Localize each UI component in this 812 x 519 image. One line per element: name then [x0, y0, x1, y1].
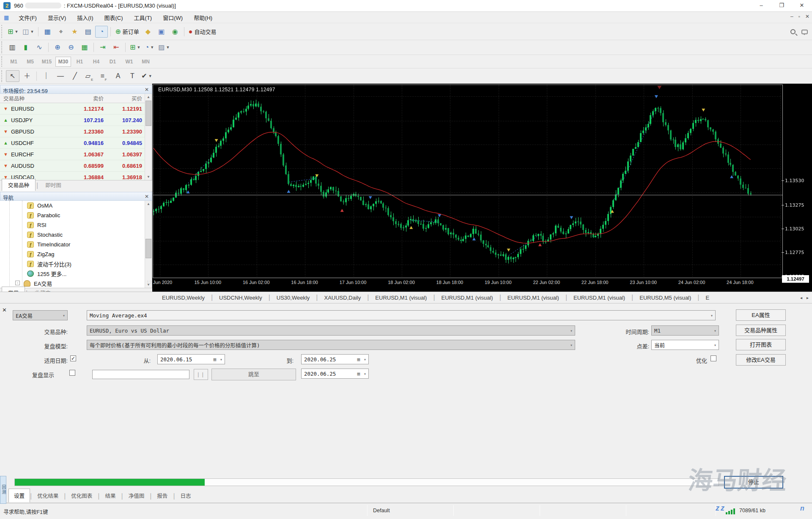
chart-tab-7[interactable]: EURUSD,M1 (visual)	[501, 292, 565, 303]
fibonacci-button[interactable]: ≡F	[97, 70, 110, 82]
chart-tab-9[interactable]: EURUSD,M5 (visual)	[633, 292, 697, 303]
menu-item-显示V[interactable]: 显示(V)	[42, 12, 71, 23]
model-select[interactable]: 每个即时价格(基于所有可利用的最小时段的每一个价格的分形插值计算)▾	[87, 340, 575, 350]
trendline-button[interactable]: ╱	[68, 70, 82, 82]
market-watch-button[interactable]: ▦	[41, 26, 54, 38]
periods-button[interactable]: ◔▼	[143, 41, 156, 53]
menu-item-插入I[interactable]: 插入(I)	[71, 12, 99, 23]
terminal-button[interactable]: ▤	[82, 26, 94, 38]
strategy-tester-button[interactable]: ◔	[95, 26, 108, 38]
timeframe-m30-button[interactable]: M30	[55, 57, 71, 67]
bar-chart-button[interactable]: ▥	[6, 41, 19, 53]
scroll-down-icon[interactable]: ▼	[145, 174, 152, 180]
chevron-down-icon[interactable]: ▼	[14, 30, 18, 34]
horizontal-line-button[interactable]: —	[54, 70, 67, 82]
tester-tab-净值图[interactable]: 净值图	[123, 489, 150, 503]
toolbar-grip[interactable]	[1, 70, 3, 82]
status-profile[interactable]: Default	[373, 508, 390, 514]
tester-tab-日志[interactable]: 日志	[175, 489, 197, 503]
tile-windows-button[interactable]: ▦	[78, 41, 91, 53]
toolbar-grip[interactable]	[1, 41, 3, 53]
channel-button[interactable]: ▱E	[82, 70, 96, 82]
navigator-item-timeindicator[interactable]: ƒTimeIndicator	[0, 240, 145, 249]
toolbar-grip[interactable]	[1, 25, 3, 38]
market-watch-tab-2[interactable]: 即时图	[39, 179, 68, 191]
arrows-button[interactable]: ✔▼	[140, 70, 154, 82]
tester-tab-优化图表[interactable]: 优化图表	[66, 489, 98, 503]
chart-tab-2[interactable]: USDCNH,Weekly	[213, 292, 269, 303]
menu-item-工具T[interactable]: 工具(T)	[129, 12, 158, 23]
timeframe-m15-button[interactable]: M15	[39, 57, 55, 67]
tester-tab-结果[interactable]: 结果	[100, 489, 121, 503]
chart-tab-3[interactable]: US30,Weekly	[270, 292, 316, 303]
market-watch-row-eurusd[interactable]: ▼EURUSD1.121741.12191	[0, 103, 145, 115]
spread-select[interactable]: 当前▾	[651, 340, 719, 350]
chart-tab-1[interactable]: EURUSD,Weekly	[156, 292, 211, 303]
chevron-down-icon[interactable]: ▼	[148, 74, 152, 78]
indicators-button[interactable]: ⊞▼	[128, 41, 142, 53]
skip-to-button[interactable]: 跳至	[211, 369, 296, 380]
scroll-up-icon[interactable]: ▲	[145, 201, 152, 207]
cursor-button[interactable]: ↖	[6, 70, 19, 82]
chevron-down-icon[interactable]: ▼	[150, 45, 154, 49]
tester-tab-设置[interactable]: 设置	[8, 489, 30, 503]
price-chart-canvas[interactable]	[153, 85, 783, 278]
tree-expander-icon[interactable]: -	[15, 281, 20, 285]
text-label-button[interactable]: T	[126, 70, 139, 82]
ea-type-select[interactable]: EA交易▾	[13, 310, 68, 320]
line-chart-button[interactable]: ∿	[33, 41, 46, 53]
tabs-scroll-right-icon[interactable]: ▸	[807, 295, 809, 300]
chart-tab-4[interactable]: XAUUSD,Daily	[318, 292, 367, 303]
toolbar-grip[interactable]	[1, 56, 3, 67]
navigator-scrollbar[interactable]: ▲ ▼	[145, 201, 152, 288]
navigator-close-icon[interactable]: ✕	[145, 194, 149, 199]
restore-button[interactable]: ❐	[771, 0, 792, 12]
new-order-button[interactable]: ⊕新订单	[113, 26, 140, 38]
visual-mode-checkbox[interactable]	[69, 370, 75, 376]
chat-icon[interactable]	[801, 30, 808, 34]
visual-speed-slider[interactable]	[92, 370, 189, 379]
text-button[interactable]: A	[111, 70, 125, 82]
crosshair-button[interactable]: ＋	[20, 70, 34, 82]
to-date-input[interactable]: 2020.06.25▦▾	[301, 354, 369, 364]
symbol-column-header[interactable]: 交易品种	[0, 94, 66, 102]
close-button[interactable]: ✕	[792, 0, 812, 12]
new-chart-button[interactable]: ⊞▼	[6, 26, 20, 38]
modify-ea-button[interactable]: 修改EA交易	[736, 354, 786, 366]
chart-tab-10[interactable]: E	[700, 292, 716, 303]
timeframe-m5-button[interactable]: M5	[22, 57, 38, 67]
ask-column-header[interactable]: 买价	[108, 94, 144, 102]
skip-date-input[interactable]: 2020.06.25▦▾	[301, 369, 369, 379]
timeframe-m1-button[interactable]: M1	[6, 57, 22, 67]
templates-button[interactable]: ▨▼	[156, 41, 171, 53]
zoom-in-button[interactable]: ⊕	[51, 41, 64, 53]
menu-item-图表C[interactable]: 图表(C)	[99, 12, 129, 23]
profiles-button[interactable]: ◫▼	[21, 26, 36, 38]
pause-button[interactable]: | |	[194, 369, 208, 380]
timeframe-mn-button[interactable]: MN	[138, 57, 154, 67]
market-watch-scrollbar[interactable]: ▲ ▼	[145, 94, 152, 180]
optimize-checkbox[interactable]	[710, 355, 716, 361]
ea-name-select[interactable]: Moving Average.ex4▾	[87, 310, 716, 320]
navigator-item-3[interactable]: ƒ波动千分比(3)	[0, 259, 145, 269]
timeframe-w1-button[interactable]: W1	[121, 57, 137, 67]
chart-tab-8[interactable]: EURUSD,M1 (visual)	[567, 292, 631, 303]
open-chart-button[interactable]: 打开图表	[736, 339, 786, 350]
scroll-up-icon[interactable]: ▲	[145, 94, 152, 100]
scrollbar-thumb[interactable]	[145, 239, 151, 258]
minimize-button[interactable]: –	[751, 0, 771, 12]
tabs-scroll-left-icon[interactable]: ◂	[800, 295, 802, 300]
navigator-button[interactable]: ★	[68, 26, 81, 38]
period-select[interactable]: M1▾	[651, 325, 719, 336]
symbol-select[interactable]: EURUSD, Euro vs US Dollar▾	[87, 325, 575, 336]
chart-shift-button[interactable]: ⇤	[110, 41, 123, 53]
autotrading-button[interactable]: ●自动交易	[187, 26, 218, 38]
market-watch-row-usdjpy[interactable]: ▲USDJPY107.216107.240	[0, 115, 145, 126]
ea-properties-button[interactable]: EA属性	[736, 309, 786, 321]
broadcast-button[interactable]: ◉	[169, 26, 181, 38]
timeframe-h1-button[interactable]: H1	[72, 57, 88, 67]
tester-close-icon[interactable]: ✕	[2, 307, 7, 313]
market-watch-row-eurchf[interactable]: ▼EURCHF1.063671.06397	[0, 149, 145, 160]
scrollbar-thumb[interactable]	[145, 101, 151, 126]
use-date-checkbox[interactable]: ✓	[70, 355, 76, 361]
